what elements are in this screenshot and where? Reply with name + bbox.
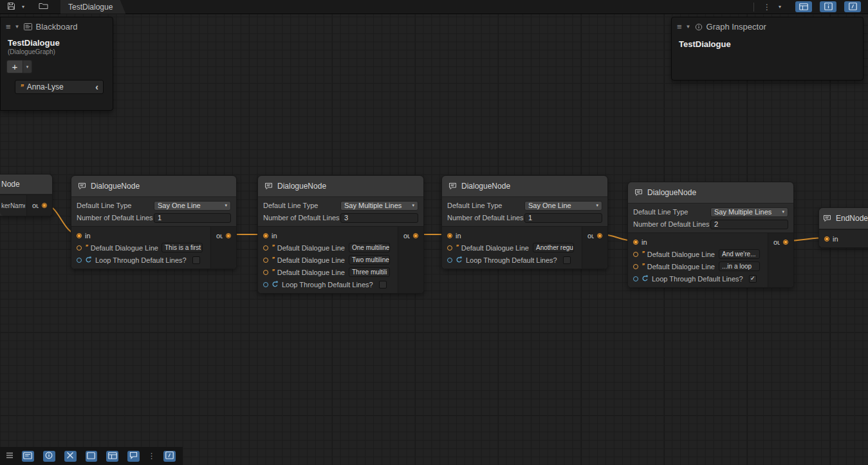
- loop-icon: [85, 256, 92, 263]
- chevron-down-icon: ▾: [596, 203, 598, 208]
- more-button[interactable]: ⋮: [147, 451, 156, 462]
- chevron-down-icon: ▾: [225, 203, 227, 208]
- node-title-bar[interactable]: DialogueNode: [71, 176, 236, 197]
- in-port-label: in: [456, 232, 461, 240]
- in-port[interactable]: [263, 233, 268, 238]
- loop-port[interactable]: [447, 258, 452, 263]
- dialogue-line-field[interactable]: Three multili: [349, 267, 390, 277]
- dialogue-node-4[interactable]: DialogueNode Default Line Type Say Multi…: [627, 182, 794, 288]
- node-title: Node: [1, 180, 20, 189]
- collapse-arrow-icon[interactable]: ▼: [15, 24, 20, 30]
- tools-button[interactable]: [64, 451, 77, 462]
- num-lines-label: Number of Default Lines: [77, 214, 154, 222]
- in-port[interactable]: [824, 236, 829, 242]
- dialogue-node-3[interactable]: DialogueNode Default Line Type Say One L…: [441, 175, 608, 269]
- in-port[interactable]: [633, 240, 638, 245]
- collapse-arrow-icon[interactable]: ▼: [686, 24, 691, 30]
- port-row: ’’ Default Dialogue Line 2 Two multiline: [258, 254, 398, 266]
- dialogue-node-2[interactable]: DialogueNode Default Line Type Say Multi…: [257, 175, 424, 294]
- loop-checkbox[interactable]: ✓: [749, 275, 757, 283]
- node-title-bar[interactable]: DialogueNode: [258, 176, 423, 197]
- line-type-dropdown[interactable]: Say One Line ▾: [524, 201, 602, 211]
- num-lines-field[interactable]: 3: [340, 213, 418, 223]
- num-lines-label: Number of Default Lines: [447, 214, 524, 222]
- more-menu-button[interactable]: ⋮: [761, 1, 773, 12]
- num-lines-field[interactable]: 1: [524, 213, 602, 223]
- node-title-bar[interactable]: DialogueNode: [628, 182, 793, 204]
- dialogue-line-field[interactable]: Another regu: [533, 243, 574, 252]
- dialogue-line-port[interactable]: [633, 252, 638, 257]
- out-port[interactable]: [413, 233, 418, 238]
- loop-checkbox[interactable]: [563, 256, 571, 264]
- dialogue-line-field[interactable]: Two multiline: [349, 255, 390, 265]
- num-lines-field[interactable]: 1: [154, 213, 231, 223]
- toggle-blackboard-button[interactable]: [795, 1, 812, 12]
- blackboard-entry[interactable]: ’’ Anna-Lyse ‹: [15, 80, 104, 94]
- dialogue-line-port[interactable]: [633, 264, 638, 269]
- save-dropdown-button[interactable]: ▾: [19, 1, 27, 13]
- loop-port[interactable]: [77, 258, 82, 263]
- chevron-down-icon: ▾: [26, 64, 29, 70]
- dialogue-line-field[interactable]: And we're...: [719, 249, 760, 259]
- chevron-left-icon[interactable]: ‹: [95, 82, 98, 91]
- node-title-bar[interactable]: DialogueNode: [442, 176, 607, 197]
- node-title-bar[interactable]: Node: [0, 175, 52, 195]
- table-button[interactable]: [106, 451, 118, 462]
- in-port[interactable]: [447, 233, 452, 238]
- loop-port[interactable]: [633, 276, 638, 281]
- in-port-label: in: [272, 232, 277, 240]
- node-properties: Default Line Type Say Multiple Lines ▾ N…: [628, 204, 793, 232]
- start-node[interactable]: Node kerName out: [0, 174, 53, 216]
- out-port[interactable]: [226, 233, 231, 238]
- line-type-label: Default Line Type: [263, 202, 340, 209]
- inspector-toggle-button[interactable]: [43, 451, 55, 462]
- blackboard-add-row: + ▾: [1, 58, 113, 76]
- dialogue-node-1[interactable]: DialogueNode Default Line Type Say One L…: [71, 175, 237, 269]
- save-button[interactable]: [4, 1, 18, 13]
- add-variable-dropdown[interactable]: ▾: [23, 60, 32, 73]
- frame-button[interactable]: [86, 451, 98, 462]
- out-port[interactable]: [597, 233, 602, 238]
- open-asset-button[interactable]: [36, 1, 50, 13]
- quote-icon: ’’: [642, 251, 644, 258]
- quote-icon: ’’: [272, 244, 274, 251]
- hamburger-icon[interactable]: ≡: [6, 23, 11, 31]
- hamburger-icon[interactable]: ≡: [677, 23, 682, 31]
- in-port[interactable]: [77, 233, 82, 238]
- out-port[interactable]: [783, 240, 788, 245]
- tab-testdialogue[interactable]: TestDialogue: [60, 0, 125, 14]
- dialogue-node-icon: [448, 182, 457, 190]
- blackboard-graph-name: TestDialogue: [1, 34, 113, 48]
- toggle-inspector-button[interactable]: [820, 1, 836, 12]
- dialogue-line-port[interactable]: [263, 245, 268, 251]
- dialogue-preview-button[interactable]: [127, 451, 140, 462]
- node-port-area: in: [819, 229, 868, 247]
- num-lines-field[interactable]: 2: [710, 220, 788, 229]
- dialogue-line-port[interactable]: [263, 270, 268, 275]
- blackboard-toggle-button[interactable]: [22, 451, 34, 462]
- out-port[interactable]: [42, 203, 47, 208]
- loop-checkbox[interactable]: [379, 281, 387, 289]
- dialogue-line-port[interactable]: [77, 245, 82, 251]
- line-type-value: Say Multiple Lines: [344, 202, 402, 209]
- dialogue-line-port[interactable]: [263, 258, 268, 263]
- line-type-dropdown[interactable]: Say Multiple Lines ▾: [340, 201, 418, 211]
- dialogue-line-port[interactable]: [447, 245, 452, 251]
- node-port-area: in ’’ Default Dialogue Line Another regu: [442, 226, 607, 269]
- line-type-dropdown[interactable]: Say One Line ▾: [154, 201, 231, 211]
- node-title-bar[interactable]: EndNode: [819, 208, 868, 229]
- more-dropdown-button[interactable]: ▾: [776, 1, 784, 13]
- dialogue-line-field[interactable]: One multiline: [349, 243, 390, 252]
- code-button[interactable]: [163, 451, 176, 462]
- end-node[interactable]: EndNode in: [818, 207, 868, 248]
- toggle-preview-button[interactable]: [844, 1, 861, 12]
- loop-port[interactable]: [263, 282, 268, 287]
- dialogue-line-field[interactable]: ...in a loop: [719, 261, 760, 271]
- line-type-value: Say One Line: [158, 202, 201, 209]
- add-variable-button[interactable]: +: [6, 60, 23, 73]
- dialogue-line-field[interactable]: This is a first: [162, 243, 203, 252]
- console-button[interactable]: [5, 451, 15, 462]
- speech-bubble-icon: [129, 450, 138, 462]
- line-type-dropdown[interactable]: Say Multiple Lines ▾: [710, 207, 788, 217]
- loop-checkbox[interactable]: [192, 256, 200, 264]
